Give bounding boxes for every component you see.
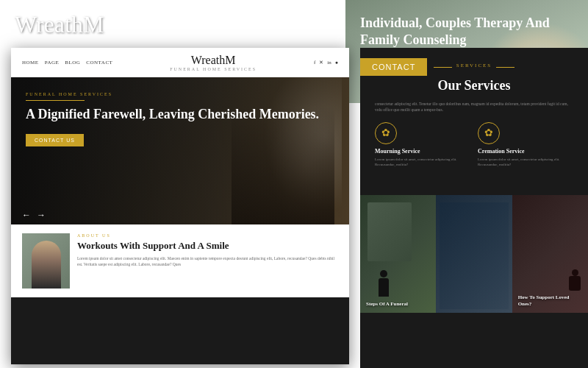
seated-head (572, 269, 578, 276)
next-arrow[interactable]: → (37, 210, 46, 221)
linkedin-icon[interactable]: in (327, 60, 331, 66)
eyebrow-divider (26, 100, 85, 101)
nav-logo-text: WreathM (191, 54, 236, 66)
about-text-area: ABOUT US Workouts With Support And A Smi… (77, 233, 338, 289)
about-section: ABOUT US Workouts With Support And A Smi… (11, 224, 349, 297)
services-description: consectetur adipiscing elit. Tenetur ill… (375, 101, 573, 113)
nav-tagline: FUNERAL HOME SERVICES (112, 67, 314, 71)
ad-content: Individual, Couples Therapy And Family C… (345, 0, 588, 87)
nav-links-left: HOME PAGE BLOG CONTACT (22, 60, 112, 66)
website-mockup: HOME PAGE BLOG CONTACT WreathM FUNERAL H… (11, 48, 349, 364)
figure-body (379, 278, 389, 297)
about-title: Workouts With Support And A Smile (77, 240, 338, 252)
pinterest-icon[interactable]: ● (335, 60, 338, 66)
photo-gallery: Steps Of A Funeral How To Support Loved … (360, 195, 588, 313)
brand-logo: WreathM (15, 11, 104, 38)
service-card-cremation: ✿ Cremation Service Lorem ipsum dolor si… (478, 122, 573, 167)
screen: WreathM Individual, Couples Therapy And … (0, 0, 588, 368)
hero-eyebrow: FUNERAL HOME SERVICES (26, 92, 334, 96)
photo-1-overlay (368, 202, 412, 261)
nav-page[interactable]: PAGE (45, 60, 60, 66)
about-body: Lorem ipsum dolor sit amet consectetur a… (77, 255, 338, 268)
person-image (32, 241, 61, 289)
hero-title: A Dignified Farewell, Leaving Cherished … (26, 107, 334, 123)
facebook-icon[interactable]: f (314, 60, 315, 66)
nav-contact[interactable]: CONTACT (86, 60, 112, 66)
hero-section: FUNERAL HOME SERVICES A Dignified Farewe… (11, 77, 349, 224)
navigation-arrows: ← → (22, 210, 46, 221)
seated-figure (569, 269, 581, 291)
about-image (22, 233, 70, 289)
gallery-photo-3: How To Support Loved Ones? (512, 195, 588, 313)
service-card-mourning: ✿ Mourning Service Lorem ipsum dolor sit… (375, 122, 470, 167)
gallery-photo-2 (436, 195, 512, 313)
about-eyebrow: ABOUT US (77, 233, 338, 238)
figure-head (380, 270, 387, 277)
services-cards: ✿ Mourning Service Lorem ipsum dolor sit… (375, 122, 573, 167)
prev-arrow[interactable]: ← (22, 210, 31, 221)
gallery-photo-1: Steps Of A Funeral (360, 195, 436, 313)
site-logo: WreathM FUNERAL HOME SERVICES (112, 54, 314, 71)
gallery-title-1: Steps Of A Funeral (366, 301, 430, 307)
cremation-icon: ✿ (478, 122, 500, 144)
mourning-icon-symbol: ✿ (381, 127, 390, 139)
photo-2-bg (440, 202, 508, 309)
site-navigation: HOME PAGE BLOG CONTACT WreathM FUNERAL H… (11, 48, 349, 77)
social-icons: f ✕ in ● (314, 60, 338, 66)
gallery-label-3: How To Support Loved Ones? (518, 294, 582, 307)
hero-cta-button[interactable]: CONTACT US (26, 134, 84, 146)
gallery-title-3: How To Support Loved Ones? (518, 294, 582, 307)
cremation-service-name: Cremation Service (478, 148, 573, 155)
services-panel: SERVICES Our Services consectetur adipis… (360, 48, 588, 368)
figure-silhouette-1 (379, 270, 389, 297)
gallery-label-1: Steps Of A Funeral (366, 301, 430, 307)
twitter-icon[interactable]: ✕ (319, 60, 323, 66)
nav-blog[interactable]: BLOG (65, 60, 80, 66)
mourning-service-name: Mourning Service (375, 148, 470, 155)
hero-content: FUNERAL HOME SERVICES A Dignified Farewe… (11, 77, 349, 161)
logo-text: WreathM (15, 11, 104, 38)
cremation-icon-symbol: ✿ (484, 127, 493, 139)
seated-body (569, 276, 581, 291)
ad-title: Individual, Couples Therapy And Family C… (360, 15, 573, 49)
mourning-service-desc: Lorem ipsum dolor sit amet, consectetur … (375, 157, 470, 167)
cremation-service-desc: Lorem ipsum dolor sit amet, consectetur … (478, 157, 573, 167)
mourning-icon: ✿ (375, 122, 397, 144)
contact-button[interactable]: CONTACT (360, 58, 427, 76)
nav-home[interactable]: HOME (22, 60, 39, 66)
